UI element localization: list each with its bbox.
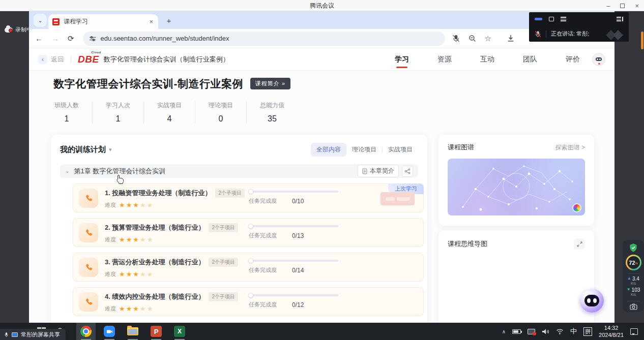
content-filters: 全部内容理论项目实战项目 xyxy=(311,143,418,157)
wifi-icon[interactable] xyxy=(556,328,564,334)
meeting-sidebar-toggle-icon[interactable] xyxy=(617,17,624,21)
expand-button[interactable] xyxy=(574,238,585,250)
taskbar-chrome[interactable] xyxy=(76,323,96,340)
bookmark-star-icon[interactable]: ☆ xyxy=(485,34,491,43)
toolbar-icons: ☆ xyxy=(452,34,515,43)
clock-date: 2024/8/21 xyxy=(599,331,624,338)
minimize-button[interactable]: – xyxy=(606,3,610,9)
mic-muted-icon[interactable] xyxy=(535,30,541,38)
document-icon xyxy=(362,168,367,174)
taskbar-meeting-app[interactable] xyxy=(100,323,119,340)
back-chevron-icon[interactable]: ‹ xyxy=(38,55,47,64)
taskbar-file-explorer[interactable] xyxy=(123,323,142,340)
screenshot-camera-icon[interactable] xyxy=(630,303,637,310)
mindmap-view-button[interactable] xyxy=(402,166,413,177)
mic-blocked-icon[interactable] xyxy=(452,35,460,42)
progress-block: 任务完成度 0/10 xyxy=(249,191,338,205)
new-tab-button[interactable]: + xyxy=(163,15,174,26)
course-project-card[interactable]: 2. 预算管理业务处理（制造行业） 2个子项目 难度 ★★★★★ 任务完成度 0… xyxy=(73,218,424,247)
close-button[interactable]: × xyxy=(635,3,639,9)
ime-pinyin-indicator[interactable]: 拼 xyxy=(583,327,592,336)
meeting-audio-indicator-icon[interactable] xyxy=(535,18,542,20)
plan-items-list: 1. 投融资管理业务处理（制造行业） 2个子项目 难度 ★★★★★ 任务完成度 … xyxy=(60,183,418,316)
star-icon: ★ xyxy=(140,201,147,209)
filter-tab[interactable]: 实战项目 xyxy=(383,143,418,157)
ai-assistant-button[interactable] xyxy=(580,289,604,313)
tencent-meeting-icon xyxy=(104,326,115,337)
browser-tab[interactable]: 课程学习 × xyxy=(48,14,158,29)
action-center-icon[interactable] xyxy=(630,328,638,335)
tab-close-icon[interactable]: × xyxy=(148,18,154,25)
stat-label: 总能力值 xyxy=(260,101,284,110)
share-banner-text: 常彤的屏幕共享 xyxy=(21,331,60,338)
back-icon[interactable]: ← xyxy=(35,34,43,43)
window-controls: – × xyxy=(606,0,639,11)
tab-search-button[interactable]: ⌄ xyxy=(34,14,47,27)
difficulty-stars: ★★★★★ xyxy=(119,235,154,244)
site-nav-item[interactable]: 评价 xyxy=(565,53,581,66)
taskbar-clock[interactable]: 14:32 2024/8/21 xyxy=(599,324,624,339)
subproject-count-badge: 2个子项目 xyxy=(215,189,245,198)
security-monitor-widget[interactable]: 72 % ▲3.4 K/s ▼103 K/s xyxy=(623,240,644,312)
course-project-card[interactable]: 4. 绩效内控业务处理（制造行业） 2个子项目 难度 ★★★★★ 任务完成度 0… xyxy=(73,287,424,316)
star-icon: ★ xyxy=(119,236,126,243)
meeting-window-icon[interactable] xyxy=(549,17,554,21)
star-icon: ★ xyxy=(147,270,154,278)
course-stat: 总能力值35 xyxy=(247,101,298,123)
site-favicon xyxy=(52,18,60,25)
site-nav-item[interactable]: 学习 xyxy=(394,53,410,66)
progress-bar xyxy=(249,294,338,296)
site-nav-item[interactable]: 资源 xyxy=(436,53,453,66)
star-icon: ★ xyxy=(147,236,154,243)
course-full-name: 数字化管理会计综合实训（制造行业案例） xyxy=(104,55,229,64)
chapter-intro-button[interactable]: 本章简介 xyxy=(358,165,399,177)
course-project-card[interactable]: 1. 投融资管理业务处理（制造行业） 2个子项目 难度 ★★★★★ 任务完成度 … xyxy=(73,183,424,212)
course-graph-image[interactable] xyxy=(448,159,585,215)
filter-tab[interactable]: 理论项目 xyxy=(346,143,382,157)
zoom-out-icon[interactable] xyxy=(469,35,476,42)
chevron-down-icon[interactable]: ⌄ xyxy=(65,168,69,174)
system-tray: ∧ 中 拼 14:32 2024/8/21 xyxy=(502,324,644,339)
star-icon: ★ xyxy=(126,270,133,278)
battery-icon[interactable] xyxy=(512,329,521,334)
ime-indicator[interactable]: 中 xyxy=(570,327,577,336)
taskbar-excel[interactable]: X xyxy=(170,323,189,340)
clock-time: 14:32 xyxy=(599,324,624,331)
site-nav-item[interactable]: 互动 xyxy=(479,53,495,66)
browser-tabstrip: ⌄ 课程学习 × + xyxy=(29,11,614,29)
site-nav-item[interactable]: 团队 xyxy=(522,53,538,66)
taskbar-powerpoint[interactable]: P xyxy=(147,323,166,340)
mic-icon xyxy=(4,331,9,338)
chapter-row[interactable]: ⌄ 第1章 数字化管理会计综合实训 本章简介 xyxy=(60,164,418,178)
screen-share-alert-icon[interactable] xyxy=(528,329,535,334)
maximize-button[interactable] xyxy=(620,4,625,8)
expand-arrows-icon xyxy=(577,241,582,247)
caret-down-icon[interactable]: ▾ xyxy=(109,146,112,153)
screen-share-banner: 常彤的屏幕共享 xyxy=(0,329,66,340)
recording-label: 录制中 xyxy=(15,26,32,34)
speaker-icon[interactable] xyxy=(542,328,549,335)
reload-icon[interactable]: ⟳ xyxy=(68,34,74,43)
meeting-list-icon[interactable] xyxy=(561,17,566,21)
continue-study-button[interactable] xyxy=(380,192,415,205)
meeting-app-title: 腾讯会议 xyxy=(0,2,644,10)
course-intro-badge[interactable]: 课程简介 » xyxy=(250,78,290,89)
tab-title: 课程学习 xyxy=(64,17,148,26)
course-stat: 实战项目4 xyxy=(144,101,195,123)
filter-tab[interactable]: 全部内容 xyxy=(311,143,346,157)
site-info-icon[interactable] xyxy=(89,35,96,42)
back-link[interactable]: 返回 xyxy=(51,55,64,64)
download-icon[interactable] xyxy=(507,35,515,42)
difficulty-label: 难度 xyxy=(105,270,116,278)
difficulty-stars: ★★★★★ xyxy=(119,269,154,279)
course-project-card[interactable]: 3. 营运分析业务处理（制造行业） 2个子项目 难度 ★★★★★ 任务完成度 0… xyxy=(73,253,424,282)
divider xyxy=(71,55,71,63)
tray-chevron-icon[interactable]: ∧ xyxy=(502,329,506,334)
browser-toolbar: ← → ⟳ edu.seentao.com/runner_web/student… xyxy=(29,29,614,48)
explore-graph-link[interactable]: 探索图谱 > xyxy=(555,143,585,152)
assistant-avatar-icon[interactable] xyxy=(592,53,605,66)
network-icon xyxy=(404,168,411,174)
progress-label: 任务完成度 xyxy=(249,232,277,239)
url-bar[interactable]: edu.seentao.com/runner_web/student/index xyxy=(83,32,445,46)
progress-bar xyxy=(249,225,338,227)
